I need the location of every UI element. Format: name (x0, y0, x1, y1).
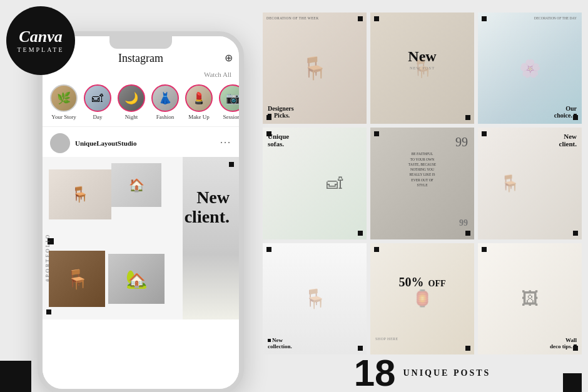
card1-sq-tr (358, 16, 363, 21)
post-new-text: New (185, 188, 230, 208)
furniture-image-3: 🪑 (49, 251, 105, 307)
posts-count-number: 18 (354, 354, 396, 392)
card4-main-text: Uniquesofas. (268, 133, 289, 148)
post-card-wall-deco: 🖼 Walldeco tips. (478, 243, 582, 354)
story-item-night[interactable]: 🌙 Night (116, 84, 146, 120)
instagram-icons: ⊕ (225, 52, 233, 64)
more-options-icon[interactable]: ··· (220, 138, 231, 149)
story-makeup-label: Make Up (188, 114, 210, 120)
card2-sq-br (465, 115, 470, 120)
canva-brand-text: Canva (19, 29, 62, 45)
stories-row: 🌿 Your Story 🛋 Day 🌙 Night 👗 Fashion 💄 (43, 81, 239, 124)
card5-sq-tl (374, 131, 379, 136)
story-night-avatar: 🌙 (118, 84, 145, 112)
post-card-50-off: 🏮 50% OFF SHOP HERE (370, 243, 474, 354)
phone-mockup: Instagram ⊕ Watch All 🌿 Your Story 🛋 Day (19, 19, 263, 381)
post-card-our-choice: 🌸 DECORATION OF THE DAY Ourchoice. (478, 13, 582, 124)
story-makeup-avatar: 💄 (185, 84, 213, 112)
furniture-image-1: 🪑 (49, 169, 111, 219)
card5-quote-mark: 99 (455, 135, 468, 149)
bottom-deco-square (563, 373, 582, 392)
mountain-background (183, 157, 239, 319)
post-deco-square-tr (229, 162, 234, 167)
card8-text-group: 50% OFF (399, 275, 446, 289)
story-item-day[interactable]: 🛋 Day (83, 84, 113, 120)
card8-sq-br (465, 346, 470, 351)
card3-top-label: DECORATION OF THE DAY (534, 16, 577, 20)
card3-sq-tl (482, 16, 487, 21)
story-item-makeup[interactable]: 💄 Make Up (184, 84, 214, 120)
card7-main-text: Newcollection. (268, 337, 292, 349)
card9-main-text: Walldeco tips. (550, 337, 577, 349)
card9-sq-tl (482, 247, 487, 252)
add-person-icon[interactable]: ⊕ (225, 52, 233, 64)
stories-header: Watch All (43, 68, 239, 81)
card7-sq-br (358, 346, 363, 351)
post-card-unique-sofas: 🛋 Uniquesofas. (263, 128, 367, 239)
card2-text-group: New NEW POST (408, 49, 436, 70)
card8-sq-tl (374, 247, 379, 252)
divider-1 (43, 126, 239, 127)
card1-main-text: DesignersPicks. (268, 105, 294, 119)
card6-sq-tl (482, 131, 487, 136)
posts-grid-panel: 🪑 DECORATION OF THE WEEK DesignersPicks.… (263, 13, 582, 354)
card3-main-text: Ourchoice. (554, 105, 577, 119)
card8-percent: 50% (399, 275, 424, 289)
your-story-label: Your Story (51, 114, 76, 120)
card4-image: 🛋 (307, 140, 363, 226)
post-client-text: client. (185, 208, 230, 227)
canva-subtitle-text: TEMPLATE (17, 46, 64, 53)
card5-sq-br (465, 231, 470, 236)
story-item-fashion[interactable]: 👗 Fashion (150, 84, 180, 120)
watch-all-link[interactable]: Watch All (204, 71, 231, 78)
phone-notch (109, 36, 172, 49)
card2-sq-tl (374, 16, 379, 21)
bg-deco-square-bl (0, 361, 31, 392)
card6-main-text: Newclient. (559, 133, 577, 148)
card7-sq-tl (266, 247, 271, 252)
post-card-new-collection: 🪑 Newcollection. (263, 243, 367, 354)
furniture-image-2: 🏠 (111, 163, 161, 207)
bottom-section: 18 UNIQUE POSTS (263, 354, 582, 392)
post-card-designers-picks: 🪑 DECORATION OF THE WEEK DesignersPicks. (263, 13, 367, 124)
card5-quote-num: 99 (459, 218, 468, 228)
canva-logo: Canva TEMPLATE (6, 6, 75, 75)
story-day-label: Day (93, 114, 103, 120)
card8-bottom-label: SHOP HERE (375, 337, 398, 341)
post-card-new-client: 🪑 Newclient. (478, 128, 582, 239)
story-fashion-avatar: 👗 (151, 84, 179, 112)
post-card-quote: 99 BE FAITHFULTO YOUR OWNTASTE, BECAUSEN… (370, 128, 474, 239)
portfolio-text: #PORTFOLIO (45, 233, 51, 282)
story-day-avatar: 🛋 (84, 84, 111, 112)
card4-sq-br (358, 231, 363, 236)
ig-username[interactable]: UniqueLayoutStudio (75, 139, 136, 147)
story-fashion-label: Fashion (156, 114, 175, 120)
phone-screen: Instagram ⊕ Watch All 🌿 Your Story 🛋 Day (43, 36, 239, 389)
story-item-your-story[interactable]: 🌿 Your Story (49, 84, 79, 120)
posts-grid: 🪑 DECORATION OF THE WEEK DesignersPicks.… (263, 13, 582, 354)
story-night-label: Night (125, 114, 138, 120)
card8-off: OFF (428, 279, 446, 288)
ig-post-image: 🪑 🏠 🪑 🏡 New client. #PORTFOLIO (43, 157, 239, 319)
post-text-overlay: New client. (185, 188, 230, 227)
story-sessions-label: Sessions (223, 114, 239, 120)
card1-top-label: DECORATION OF THE WEEK (266, 16, 319, 20)
card2-new-text: New (408, 49, 436, 64)
post-card-new: 🪑 New NEW POST (370, 13, 474, 124)
post-deco-square-br (46, 309, 51, 314)
instagram-title: Instagram (118, 52, 163, 65)
card6-sq-br (573, 231, 578, 236)
unique-posts-label: UNIQUE POSTS (403, 368, 490, 378)
card6-image: 🪑 (481, 140, 538, 226)
user-row: UniqueLayoutStudio ··· (43, 129, 239, 157)
user-avatar (50, 133, 70, 153)
story-sessions-avatar: 📷 (219, 84, 239, 112)
furniture-image-4: 🏡 (108, 254, 165, 304)
card5-quote-text: BE FAITHFULTO YOUR OWNTASTE, BECAUSENOTH… (375, 151, 469, 188)
phone-frame: Instagram ⊕ Watch All 🌿 Your Story 🛋 Day (38, 31, 244, 392)
user-info: UniqueLayoutStudio (50, 133, 136, 153)
your-story-avatar: 🌿 (50, 84, 78, 112)
card2-sublabel: NEW POST (408, 66, 436, 70)
story-item-sessions[interactable]: 📷 Sessions (218, 84, 239, 120)
